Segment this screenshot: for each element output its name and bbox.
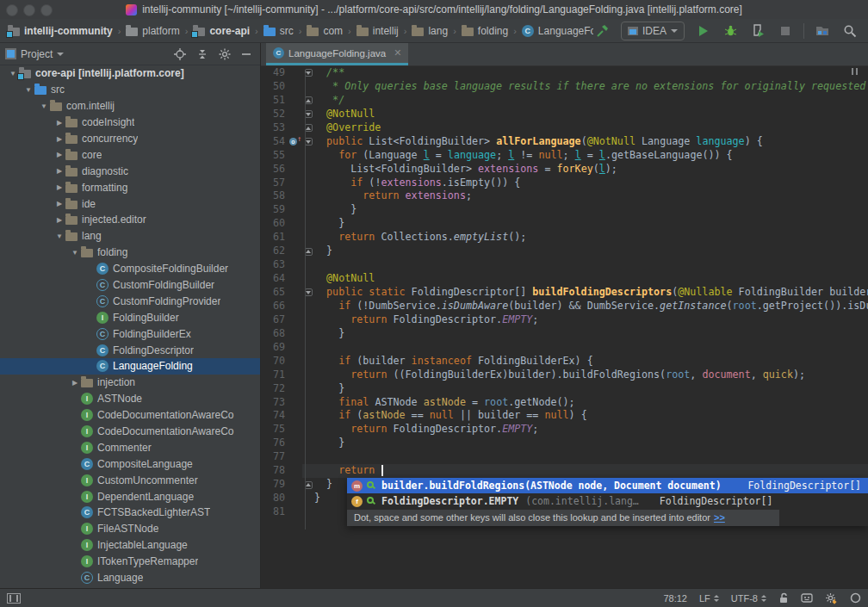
- breadcrumb-item[interactable]: core-api: [190, 23, 252, 39]
- code-line: 52 @NotNull: [261, 108, 868, 121]
- tree-collapse-icon[interactable]: ▶: [53, 200, 65, 207]
- chevron-right-icon: ›: [512, 26, 518, 36]
- debug-bug-icon[interactable]: [721, 22, 740, 40]
- code-line: 49 /**: [261, 66, 868, 80]
- run-configuration-select[interactable]: IDEA: [621, 22, 685, 40]
- code-text: public static FoldingDescriptor[] buildF…: [314, 286, 868, 300]
- gutter-slot: [288, 203, 302, 217]
- hide-panel-icon[interactable]: [241, 49, 251, 59]
- tree-item[interactable]: CLanguageFolding: [0, 358, 260, 375]
- tree-item[interactable]: ▶concurrency: [0, 131, 260, 147]
- tree-item[interactable]: IInjectableLanguage: [0, 537, 260, 554]
- tree-item[interactable]: ▼core-api [intellij.platform.core]: [0, 65, 260, 82]
- completion-item[interactable]: mbuilder.buildFoldRegions(ASTNode node, …: [347, 478, 868, 493]
- completion-item[interactable]: fFoldingDescriptor.EMPTY(com.intellij.la…: [347, 493, 782, 509]
- breadcrumb-item[interactable]: platform: [123, 23, 182, 39]
- window-minimize-button[interactable]: [23, 4, 35, 16]
- run-with-coverage-icon[interactable]: [748, 22, 767, 40]
- abstract-class-icon: C: [96, 279, 108, 291]
- tree-item[interactable]: IFoldingBuilder: [0, 309, 260, 325]
- breadcrumb-item[interactable]: CLanguageFolding: [519, 23, 593, 39]
- tree-item[interactable]: CCompositeLanguage: [0, 455, 260, 472]
- breadcrumb-item[interactable]: intellij-community: [5, 23, 115, 39]
- tree-item[interactable]: ▶formatting: [0, 179, 260, 195]
- tree-item[interactable]: ▼lang: [0, 228, 260, 245]
- tree-expand-icon[interactable]: ▼: [22, 86, 34, 94]
- code-text: @Override: [314, 121, 868, 135]
- stop-button[interactable]: [776, 22, 795, 40]
- tree-item[interactable]: IASTNode: [0, 391, 260, 407]
- encoding-select[interactable]: UTF-8: [731, 593, 766, 604]
- tree-collapse-icon[interactable]: ▶: [53, 135, 65, 143]
- breadcrumb-item[interactable]: folding: [459, 23, 511, 39]
- tree-item[interactable]: CFoldingBuilderEx: [0, 325, 260, 342]
- breadcrumb-item[interactable]: lang: [409, 23, 450, 39]
- method-icon: m: [351, 480, 363, 492]
- tab-language-folding[interactable]: C LanguageFolding.java ✕: [266, 43, 408, 65]
- tree-expand-icon[interactable]: ▼: [69, 249, 81, 257]
- breadcrumb-item[interactable]: src: [261, 23, 296, 39]
- override-method-gutter-icon[interactable]: o↑: [288, 135, 302, 149]
- window-zoom-button[interactable]: [40, 4, 53, 16]
- tree-item[interactable]: ICodeDocumentationAwareCo: [0, 407, 260, 424]
- tool-window-toggle-icon[interactable]: [7, 593, 21, 604]
- chevron-down-icon[interactable]: [57, 53, 64, 56]
- tree-item[interactable]: ▼folding: [0, 245, 260, 261]
- collapse-all-icon[interactable]: [196, 48, 208, 60]
- tree-collapse-icon[interactable]: ▶: [53, 151, 65, 158]
- update-gear-icon[interactable]: [825, 592, 838, 604]
- tree-item[interactable]: CFCTSBackedLighterAST: [0, 505, 260, 521]
- caret-position[interactable]: 78:12: [663, 593, 687, 604]
- scrollbar-thumb[interactable]: [852, 68, 858, 75]
- tree-item[interactable]: CLanguage: [0, 570, 260, 586]
- hint-more-link[interactable]: >>: [714, 512, 725, 523]
- tree-item-label: ide: [82, 198, 96, 210]
- tree-item[interactable]: ▶injected.editor: [0, 212, 260, 228]
- tree-item[interactable]: IITokenTypeRemapper: [0, 554, 260, 570]
- tree-expand-icon[interactable]: ▼: [38, 102, 50, 110]
- tree-item[interactable]: ICustomUncommenter: [0, 472, 260, 488]
- tree-collapse-icon[interactable]: ▶: [53, 167, 65, 175]
- line-separator-select[interactable]: LF: [699, 593, 719, 604]
- tree-collapse-icon[interactable]: ▶: [53, 119, 65, 127]
- tree-item[interactable]: ▶codeInsight: [0, 115, 260, 131]
- tree-item[interactable]: IDependentLanguage: [0, 488, 260, 505]
- close-icon[interactable]: ✕: [394, 47, 401, 59]
- tree-item[interactable]: CCompositeFoldingBuilder: [0, 261, 260, 277]
- gutter-slot: [288, 450, 302, 464]
- breadcrumb-item[interactable]: com: [304, 23, 345, 39]
- tree-collapse-icon[interactable]: ▶: [69, 379, 81, 387]
- tree-expand-icon[interactable]: ▼: [53, 232, 65, 240]
- gutter-slot: [288, 505, 302, 519]
- tree-item[interactable]: ▶core: [0, 146, 260, 163]
- locate-file-icon[interactable]: [174, 48, 186, 60]
- lock-icon[interactable]: [778, 592, 789, 604]
- build-hammer-icon[interactable]: [593, 22, 612, 40]
- tree-item[interactable]: CCustomFoldingProvider: [0, 293, 260, 309]
- tree-item[interactable]: ▶ide: [0, 195, 260, 212]
- tree-item[interactable]: ▶injection: [0, 375, 260, 391]
- run-button[interactable]: [693, 22, 712, 40]
- project-structure-icon[interactable]: [813, 22, 832, 40]
- tree-item[interactable]: ▶diagnostic: [0, 163, 260, 179]
- tree-item[interactable]: ▼com.intellij: [0, 98, 260, 115]
- project-panel-title[interactable]: Project: [21, 48, 53, 60]
- tree-collapse-icon[interactable]: ▶: [53, 183, 65, 191]
- breadcrumb-item[interactable]: intellij: [354, 23, 401, 39]
- tree-item[interactable]: CCustomFoldingBuilder: [0, 277, 260, 294]
- notifications-icon[interactable]: [850, 592, 861, 604]
- gutter-slot: [288, 231, 302, 245]
- tree-item[interactable]: ▼src: [0, 82, 260, 98]
- search-everywhere-icon[interactable]: [840, 22, 859, 40]
- inspections-hector-icon[interactable]: [801, 592, 813, 604]
- code-line: 55 for (Language l = language; l != null…: [261, 149, 868, 163]
- tree-item[interactable]: CFoldingDescriptor: [0, 342, 260, 358]
- tree-collapse-icon[interactable]: ▶: [53, 216, 65, 224]
- window-close-button[interactable]: [6, 4, 18, 16]
- code-line: 76 }: [261, 437, 868, 450]
- tree-item[interactable]: ICommenter: [0, 439, 260, 455]
- tree-item[interactable]: IFileASTNode: [0, 521, 260, 537]
- gear-icon[interactable]: [219, 48, 231, 60]
- tree-item[interactable]: ICodeDocumentationAwareCo: [0, 424, 260, 440]
- tree-item-label: com.intellij: [66, 100, 115, 112]
